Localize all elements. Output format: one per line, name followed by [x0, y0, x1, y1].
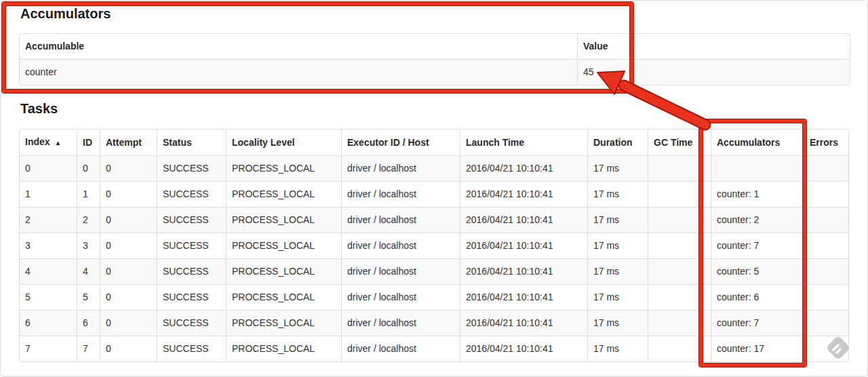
col-header-executor-id-host[interactable]: Executor ID / Host: [341, 130, 460, 155]
table-cell: 5: [20, 284, 77, 310]
table-cell: counter: 1: [711, 181, 804, 207]
table-cell: counter: 2: [711, 207, 804, 233]
table-cell: 0: [100, 284, 157, 310]
col-header-index-label: Index: [25, 136, 50, 147]
table-cell: [804, 233, 848, 258]
table-cell: PROCESS_LOCAL: [226, 336, 341, 361]
col-header-id[interactable]: ID: [77, 130, 100, 155]
col-header-errors[interactable]: Errors: [804, 130, 848, 155]
col-header-index[interactable]: Index▲: [20, 130, 77, 155]
table-cell: [711, 155, 804, 181]
table-cell: driver / localhost: [341, 233, 460, 258]
table-cell: 17 ms: [587, 207, 648, 233]
table-cell: 2016/04/21 10:10:41: [460, 284, 587, 310]
table-cell: counter: 17: [711, 336, 804, 361]
table-cell: 17 ms: [587, 233, 648, 258]
table-cell: 1: [77, 181, 100, 207]
table-cell: 4: [20, 258, 77, 284]
table-cell: PROCESS_LOCAL: [226, 258, 341, 284]
table-row: 330SUCCESSPROCESS_LOCALdriver / localhos…: [20, 233, 848, 258]
table-cell: counter: 5: [711, 258, 804, 284]
table-cell: 3: [77, 233, 100, 258]
table-cell: counter: 7: [711, 233, 804, 258]
table-cell: 0: [77, 155, 100, 181]
table-cell: [804, 181, 848, 207]
table-cell: 6: [77, 310, 100, 336]
table-cell: [648, 207, 711, 233]
table-row: 110SUCCESSPROCESS_LOCALdriver / localhos…: [20, 181, 848, 207]
table-cell: driver / localhost: [341, 310, 460, 336]
table-cell: PROCESS_LOCAL: [226, 155, 341, 181]
table-row: 550SUCCESSPROCESS_LOCALdriver / localhos…: [20, 284, 848, 310]
table-cell: counter: [20, 59, 577, 85]
col-header-accumulators[interactable]: Accumulators: [711, 130, 804, 155]
table-cell: 17 ms: [587, 258, 648, 284]
tasks-table: Index▲ ID Attempt Status Locality Level …: [19, 129, 849, 362]
table-cell: SUCCESS: [157, 207, 226, 233]
table-header-row: Accumulable Value: [20, 34, 850, 59]
col-header-locality-level[interactable]: Locality Level: [226, 130, 341, 155]
table-cell: 2016/04/21 10:10:41: [460, 258, 587, 284]
col-header-value: Value: [577, 34, 850, 59]
col-header-duration[interactable]: Duration: [587, 130, 648, 155]
table-cell: [804, 336, 848, 361]
table-cell: 2016/04/21 10:10:41: [460, 207, 587, 233]
table-cell: 5: [77, 284, 100, 310]
col-header-gc-time[interactable]: GC Time: [648, 130, 711, 155]
table-cell: driver / localhost: [341, 336, 460, 361]
accumulable-table: Accumulable Value counter45: [19, 33, 850, 85]
col-header-launch-time[interactable]: Launch Time: [460, 130, 587, 155]
table-header-row: Index▲ ID Attempt Status Locality Level …: [20, 130, 848, 155]
table-cell: [804, 155, 848, 181]
accumulators-section-title: Accumulators: [20, 6, 111, 22]
table-cell: 17 ms: [587, 284, 648, 310]
table-cell: [804, 258, 848, 284]
table-cell: 0: [100, 233, 157, 258]
table-cell: 3: [20, 233, 77, 258]
table-cell: 17 ms: [587, 181, 648, 207]
table-cell: PROCESS_LOCAL: [226, 284, 341, 310]
table-cell: driver / localhost: [341, 181, 460, 207]
col-header-status[interactable]: Status: [157, 130, 226, 155]
table-cell: driver / localhost: [341, 284, 460, 310]
col-header-attempt[interactable]: Attempt: [100, 130, 157, 155]
sort-ascending-icon: ▲: [55, 139, 62, 146]
table-cell: 2: [20, 207, 77, 233]
table-cell: PROCESS_LOCAL: [226, 181, 341, 207]
col-header-accumulable: Accumulable: [20, 34, 577, 59]
table-cell: [648, 310, 711, 336]
table-cell: 45: [577, 59, 850, 85]
table-cell: SUCCESS: [157, 155, 226, 181]
table-cell: SUCCESS: [157, 181, 226, 207]
table-cell: [804, 284, 848, 310]
table-cell: [648, 258, 711, 284]
table-cell: PROCESS_LOCAL: [226, 207, 341, 233]
table-cell: [804, 310, 848, 336]
table-cell: 2016/04/21 10:10:41: [460, 155, 587, 181]
table-cell: 2016/04/21 10:10:41: [460, 233, 587, 258]
table-cell: driver / localhost: [341, 207, 460, 233]
table-cell: 2016/04/21 10:10:41: [460, 181, 587, 207]
table-cell: 7: [20, 336, 77, 361]
table-cell: [648, 155, 711, 181]
table-cell: 6: [20, 310, 77, 336]
table-cell: PROCESS_LOCAL: [226, 310, 341, 336]
table-cell: [648, 284, 711, 310]
table-cell: SUCCESS: [157, 233, 226, 258]
table-cell: 0: [100, 181, 157, 207]
table-cell: [648, 336, 711, 361]
table-row: counter45: [20, 59, 850, 85]
table-cell: 17 ms: [587, 310, 648, 336]
table-cell: SUCCESS: [157, 258, 226, 284]
table-cell: 0: [100, 336, 157, 361]
table-cell: 0: [100, 155, 157, 181]
table-row: 000SUCCESSPROCESS_LOCALdriver / localhos…: [20, 155, 848, 181]
table-cell: 0: [100, 310, 157, 336]
table-cell: counter: 6: [711, 284, 804, 310]
table-cell: [648, 233, 711, 258]
spark-ui-stage-page: Accumulators Accumulable Value counter45…: [0, 0, 868, 377]
table-row: 440SUCCESSPROCESS_LOCALdriver / localhos…: [20, 258, 848, 284]
table-row: 770SUCCESSPROCESS_LOCALdriver / localhos…: [20, 336, 848, 361]
table-cell: 1: [20, 181, 77, 207]
table-cell: SUCCESS: [157, 310, 226, 336]
